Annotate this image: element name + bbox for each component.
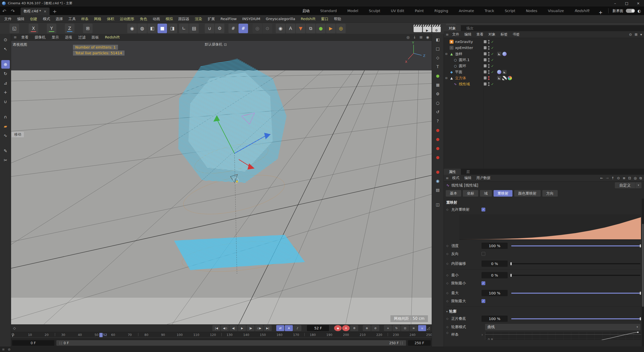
menu-创建[interactable]: 创建 [27, 15, 40, 23]
om-menu-标签[interactable]: 标签 [498, 32, 510, 37]
menu-模拟[interactable]: 模拟 [163, 15, 176, 23]
visibility-toggle[interactable] [484, 82, 487, 85]
editor-dot[interactable] [488, 76, 490, 78]
render-dot[interactable] [488, 72, 490, 74]
editor-dot[interactable] [488, 82, 490, 84]
render-settings-button[interactable]: ⚙ [432, 25, 441, 32]
record-rotation-toggle[interactable]: ↻ [392, 325, 400, 331]
mode-edges-button[interactable]: ◧ [147, 24, 157, 33]
viewport-minimize-icon[interactable]: ↓ [413, 35, 416, 39]
render-dot[interactable] [488, 42, 490, 44]
tree-row-放样[interactable]: ⊟▲放样✓◣ [444, 51, 644, 57]
redo-icon[interactable]: ↷ [9, 7, 17, 15]
mode-points-button[interactable]: ◍ [137, 24, 147, 33]
lock-icon[interactable]: ⊡ [628, 176, 631, 180]
texture-tag-icon[interactable] [502, 52, 507, 56]
enabled-check-icon[interactable]: ✓ [491, 46, 496, 50]
texture-tag-icon[interactable] [497, 70, 501, 74]
record-filter-toggle[interactable]: ≡ [410, 325, 418, 331]
keyframe-settings-button[interactable]: ⚙ [350, 325, 358, 331]
gsg-cursor-button[interactable]: ▶ [326, 24, 336, 33]
menu-工具[interactable]: 工具 [66, 15, 78, 23]
visibility-toggle[interactable] [484, 64, 487, 67]
menu-渲染[interactable]: 渲染 [192, 15, 205, 23]
om-filter-icon[interactable]: ⊞ [635, 32, 637, 36]
coordinate-tool[interactable]: + [1, 88, 10, 97]
move-tool[interactable]: ⊕ [1, 60, 10, 69]
viewport-state-icon[interactable]: ◎ [407, 35, 410, 39]
menu-跟踪器[interactable]: 跟踪器 [176, 15, 192, 23]
viewport-canvas[interactable]: Y Z X 透视视图 默认摄像机 ⊡ Number of emitters: 1… [11, 41, 432, 324]
attribute-scrollbar[interactable] [642, 199, 644, 346]
editor-dot[interactable] [488, 64, 490, 66]
prev-key-button[interactable]: ◀◇ [221, 325, 229, 331]
axis-z-lock[interactable]: Z [65, 24, 74, 33]
tab-层[interactable]: 层 [461, 169, 475, 175]
visibility-toggle[interactable] [484, 46, 487, 49]
content-browser-button[interactable]: ◱ [10, 24, 19, 33]
snap-time-toggle[interactable]: ∪ [418, 325, 426, 331]
redshift-ipr-button[interactable]: ◎ [336, 24, 346, 33]
tree-row-圆环[interactable]: ○圆环✓ [444, 63, 644, 69]
inner-offset-field-value[interactable]: 0 % [481, 260, 508, 267]
mode-model-button[interactable]: ■ [157, 24, 167, 33]
timeline-ruler[interactable]: 0102030405060708090100110120130140150160… [11, 332, 432, 339]
forward-icon[interactable]: → [606, 176, 609, 180]
axis-y-lock[interactable]: Y [47, 24, 56, 33]
render-view-button[interactable] [414, 25, 422, 32]
sim-scene-button[interactable]: ◎ [253, 24, 262, 33]
attr-tab-颜色重映射[interactable]: 颜色重映射 [514, 190, 541, 197]
menu-角色[interactable]: 角色 [137, 15, 150, 23]
max-field-value[interactable]: 100 % [481, 290, 508, 296]
camera-icon[interactable]: ⊡ [224, 42, 227, 47]
text-tool-icon[interactable]: T [433, 63, 442, 71]
layout-tab-visualize[interactable]: Visualize [543, 7, 569, 15]
range-start-field[interactable]: 0 F [12, 340, 54, 346]
record-position-toggle[interactable]: ⊕ [363, 325, 371, 331]
layout-tab-sculpt[interactable]: Sculpt [364, 7, 385, 15]
up-icon[interactable]: ↑ [611, 176, 614, 180]
spline-curve-graph[interactable]: 0.8 [485, 332, 641, 340]
menu-扩展[interactable]: 扩展 [205, 15, 218, 23]
viewport-menu-显示[interactable]: 显示 [49, 35, 62, 40]
menu-体积[interactable]: 体积 [104, 15, 117, 23]
visibility-toggle[interactable] [484, 52, 487, 55]
menu-模式[interactable]: 模式 [40, 15, 53, 23]
object-name[interactable]: 圆环 [459, 64, 466, 68]
allow-remap-checkbox[interactable]: ✓ [481, 208, 485, 211]
status-menu-icon[interactable]: ≡ [2, 347, 5, 351]
enabled-check-icon[interactable]: ✓ [491, 70, 496, 74]
clamp-max-checkbox[interactable]: ✓ [481, 299, 485, 303]
attr-tab-方向[interactable]: 方向 [542, 190, 558, 197]
attr-tab-基本[interactable]: 基本 [446, 190, 461, 197]
editor-dot[interactable] [488, 52, 490, 54]
multiply-field-slider[interactable] [511, 318, 640, 319]
range-end-field[interactable]: 250 F [408, 340, 431, 346]
object-name[interactable]: xpEmitter [455, 46, 473, 50]
object-name[interactable]: 圆环.1 [459, 58, 470, 62]
prev-frame-button[interactable]: ◀| [229, 325, 237, 331]
attr-tab-坐标[interactable]: 坐标 [463, 190, 478, 197]
object-name[interactable]: 放样 [455, 52, 462, 56]
quantize-lock-button[interactable]: # [238, 24, 248, 33]
tree-row-xpEmitter[interactable]: ∴xpEmitter✓ [444, 45, 644, 51]
play-button[interactable]: ▶ [238, 325, 246, 331]
invert-checkbox[interactable] [481, 252, 485, 256]
snap-settings-button[interactable]: ⚙ [215, 24, 224, 33]
visibility-toggle[interactable] [484, 76, 487, 79]
attr-tab-域[interactable]: 域 [480, 190, 492, 197]
rotate-tool[interactable]: ↻ [1, 69, 10, 78]
layout-tab-paint[interactable]: Paint [410, 7, 429, 15]
hand-tool[interactable]: ∩ [1, 113, 10, 121]
viewport-record-icon[interactable]: ◉ [426, 35, 429, 39]
redshift-material-icon[interactable]: ● [433, 144, 442, 152]
om-menu-编辑[interactable]: 编辑 [462, 32, 474, 37]
min-field-value[interactable]: 0 % [481, 272, 508, 278]
render-dot[interactable] [488, 60, 490, 62]
loop-toggle[interactable]: ⇄ [276, 325, 284, 331]
viewport-menu-摄像机[interactable]: 摄像机 [32, 35, 49, 40]
om-menu-书签[interactable]: 书签 [510, 32, 522, 37]
tree-row-圆环.1[interactable]: ○圆环.1✓ [444, 57, 644, 63]
filter-icon[interactable]: ≡ [623, 176, 625, 180]
remap-curve-graph[interactable] [459, 214, 641, 240]
